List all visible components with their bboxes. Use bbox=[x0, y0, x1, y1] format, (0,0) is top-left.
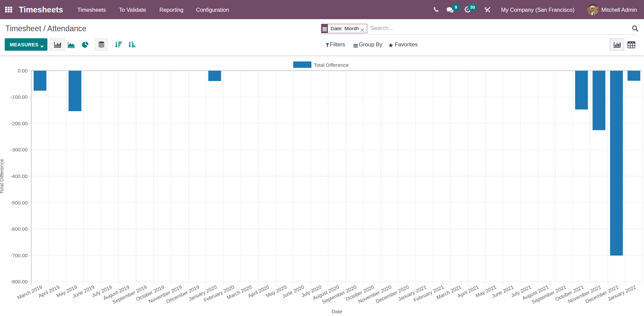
svg-text:-100.00: -100.00 bbox=[10, 94, 28, 100]
svg-text:-300.00: -300.00 bbox=[10, 147, 28, 152]
svg-text:Total Difference: Total Difference bbox=[0, 159, 4, 194]
svg-text:-400.00: -400.00 bbox=[10, 173, 28, 179]
svg-text:-500.00: -500.00 bbox=[10, 200, 28, 206]
svg-text:March 2019: March 2019 bbox=[16, 284, 43, 300]
svg-text:-600.00: -600.00 bbox=[10, 226, 28, 232]
svg-text:-800.00: -800.00 bbox=[10, 279, 28, 284]
svg-text:0.00: 0.00 bbox=[18, 68, 28, 74]
svg-text:-200.00: -200.00 bbox=[10, 121, 28, 126]
svg-text:-700.00: -700.00 bbox=[10, 253, 28, 258]
svg-text:Date: Date bbox=[332, 309, 342, 314]
svg-text:Total Difference: Total Difference bbox=[314, 62, 349, 68]
